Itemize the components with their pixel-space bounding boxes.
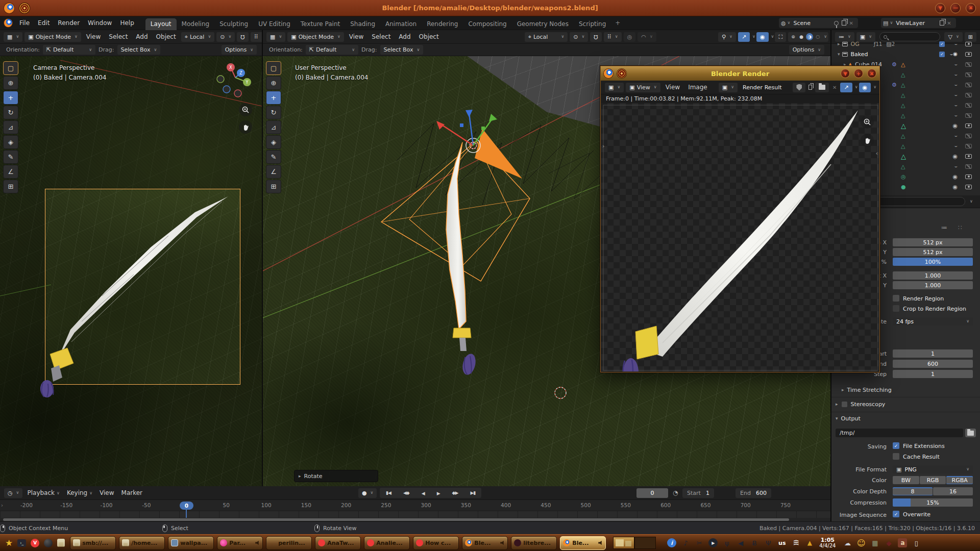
mode-dropdown[interactable]: ▣ Object Mode∨ bbox=[24, 32, 81, 42]
expand-region-icon[interactable]: › bbox=[602, 143, 604, 149]
pin-icon[interactable] bbox=[834, 21, 839, 26]
move-tool[interactable]: + bbox=[266, 91, 281, 105]
menu-star-icon[interactable]: ★ bbox=[5, 538, 13, 548]
object-visibility-dropdown[interactable]: ⚲∨ bbox=[718, 32, 736, 42]
taskbar-window-button[interactable]: Analie... bbox=[364, 536, 410, 550]
calculator-tray-icon[interactable]: ▦ bbox=[870, 538, 879, 547]
editor-type-button[interactable]: ◷∨ bbox=[4, 488, 22, 498]
frame-step-field[interactable]: 1 bbox=[893, 370, 973, 378]
taskbar-window-button[interactable]: litebre... bbox=[511, 536, 557, 550]
show-gizmo-toggle[interactable]: ↗ bbox=[738, 32, 750, 42]
solid-shading-button[interactable]: ● bbox=[798, 33, 805, 40]
hide-icon[interactable]: ◉ bbox=[950, 51, 958, 57]
transform-tool[interactable]: ◈ bbox=[3, 135, 18, 149]
snap-toggle[interactable]: Ω bbox=[590, 32, 601, 42]
workspace-tab[interactable]: Modeling bbox=[177, 18, 215, 30]
render-visibility-icon[interactable] bbox=[965, 134, 972, 138]
orientation-dropdown[interactable]: ⇱ Default∨ bbox=[43, 45, 95, 55]
render-visibility-icon[interactable] bbox=[965, 103, 972, 108]
hide-icon[interactable] bbox=[954, 41, 958, 47]
timeline-menu[interactable]: Marker∨ bbox=[118, 489, 146, 496]
current-frame-field[interactable]: 0 bbox=[636, 488, 668, 498]
render-visibility-icon[interactable] bbox=[965, 42, 972, 46]
viewport-left-canvas[interactable]: Camera Perspective (0) Baked | Camera.00… bbox=[0, 56, 262, 486]
pan-image-button[interactable] bbox=[861, 134, 874, 147]
operator-redo-panel[interactable]: ▸ Rotate bbox=[294, 470, 378, 482]
taskbar-window-button[interactable]: smb://... bbox=[70, 536, 116, 550]
stereoscopy-checkbox[interactable] bbox=[842, 401, 847, 407]
render-visibility-icon[interactable] bbox=[965, 174, 972, 179]
fake-user-button[interactable] bbox=[793, 83, 805, 92]
jump-start-button[interactable]: ▮◀ bbox=[380, 490, 397, 495]
pan-viewport-button[interactable] bbox=[239, 120, 252, 134]
hide-icon[interactable] bbox=[954, 163, 958, 169]
frame-start-field[interactable]: Start1 bbox=[682, 488, 714, 498]
render-region-checkbox[interactable] bbox=[893, 295, 899, 302]
hide-icon[interactable] bbox=[952, 184, 958, 190]
workspace-tab[interactable]: Layout bbox=[145, 18, 177, 30]
time-stretching-panel[interactable]: ▸Time Stretching bbox=[842, 385, 892, 394]
workspace-2[interactable] bbox=[634, 537, 656, 549]
compression-slider[interactable]: 15% bbox=[893, 498, 973, 507]
aspect-y-field[interactable]: 1.000 bbox=[893, 281, 973, 289]
topbar-menu[interactable]: Window bbox=[84, 19, 116, 27]
play-reverse-button[interactable]: ◀ bbox=[415, 490, 431, 496]
updates-tray-icon[interactable]: ▲ bbox=[805, 538, 814, 547]
render-visibility-icon[interactable] bbox=[965, 144, 972, 148]
render-visibility-icon[interactable] bbox=[965, 83, 972, 87]
color-depth-button[interactable]: 8 bbox=[893, 487, 933, 495]
frame-start-field[interactable]: 1 bbox=[893, 349, 973, 358]
crop-region-checkbox[interactable] bbox=[893, 305, 899, 312]
viewport-menu[interactable]: Object bbox=[152, 33, 180, 40]
orientation-dropdown[interactable]: ⇱ Default∨ bbox=[306, 45, 358, 55]
hide-icon[interactable] bbox=[952, 153, 958, 160]
unlink-scene-icon[interactable]: ✕ bbox=[846, 20, 855, 26]
playhead[interactable]: 0 bbox=[180, 502, 193, 510]
color-mode-button[interactable]: RGB bbox=[920, 476, 946, 484]
amarok-tray-icon[interactable]: a bbox=[898, 538, 907, 547]
show-gizmo-toggle[interactable]: ↗ bbox=[840, 83, 852, 92]
color-mode-button[interactable]: BW bbox=[893, 476, 919, 484]
options-dropdown[interactable]: Options∨ bbox=[789, 45, 824, 55]
maximize-window-button[interactable]: — bbox=[950, 3, 961, 13]
workspace-tab[interactable]: Compositing bbox=[463, 18, 511, 30]
new-viewlayer-icon[interactable] bbox=[940, 20, 944, 26]
show-overlays-toggle[interactable]: ◉ bbox=[859, 83, 871, 92]
browser-launcher-icon[interactable]: V bbox=[31, 539, 39, 547]
wireframe-shading-button[interactable]: ⊕ bbox=[790, 33, 797, 40]
snap-settings-dropdown[interactable]: ⠿∨ bbox=[251, 32, 262, 42]
auto-keying-toggle[interactable]: ●∨ bbox=[358, 488, 377, 498]
hide-icon[interactable] bbox=[954, 143, 958, 149]
viewport-menu[interactable]: View bbox=[82, 33, 105, 40]
expand-region-icon[interactable]: › bbox=[1, 503, 3, 508]
move-tool[interactable]: + bbox=[3, 91, 18, 105]
output-path-field[interactable]: /tmp/ bbox=[836, 429, 963, 437]
render-visibility-icon[interactable] bbox=[965, 154, 972, 159]
timeline-menu[interactable]: View∨ bbox=[96, 489, 117, 496]
editor-type-button[interactable]: ▦∨ bbox=[4, 32, 22, 42]
close-window-button[interactable]: ✖ bbox=[867, 69, 876, 78]
viewport-menu[interactable]: Add bbox=[132, 33, 152, 40]
render-result-window[interactable]: Blender Render ▼ + ✖ ▣∨ ▣ View∨ ViewImag… bbox=[600, 66, 880, 372]
maximize-window-button[interactable]: + bbox=[854, 69, 863, 78]
frame-end-field[interactable]: 600 bbox=[893, 360, 973, 368]
snap-toggle[interactable]: Ω bbox=[237, 32, 248, 42]
add-cube-tool[interactable]: ⊞ bbox=[266, 180, 281, 193]
viewport-left[interactable]: ▦∨ ▣ Object Mode∨ ViewSelectAddObject ⌖ … bbox=[0, 30, 262, 486]
mode-dropdown[interactable]: ▣ Object Mode∨ bbox=[287, 32, 344, 42]
drag-dropdown[interactable]: Select Box∨ bbox=[117, 45, 161, 55]
timeline-scrollbar[interactable] bbox=[3, 518, 789, 521]
render-visibility-icon[interactable] bbox=[965, 123, 972, 128]
taskbar-window-button[interactable]: perilin... bbox=[266, 536, 312, 550]
resolution-x-field[interactable]: 512 px bbox=[893, 238, 973, 246]
timeline-menu[interactable]: Keying∨ bbox=[63, 489, 96, 496]
zoom-viewport-button[interactable] bbox=[239, 103, 252, 116]
collection-checkbox[interactable]: ✓ bbox=[939, 51, 945, 57]
render-visibility-icon[interactable] bbox=[965, 164, 972, 169]
taskbar-window-button[interactable]: wallpa... bbox=[168, 536, 214, 550]
viewlayer-name[interactable]: ViewLayer bbox=[893, 20, 937, 27]
collection-checkbox[interactable]: ✓ bbox=[939, 41, 945, 46]
topbar-menu[interactable]: File bbox=[15, 19, 34, 27]
render-window-titlebar[interactable]: Blender Render ▼ + ✖ bbox=[601, 66, 879, 81]
material-shading-button[interactable]: ◑ bbox=[806, 33, 813, 40]
